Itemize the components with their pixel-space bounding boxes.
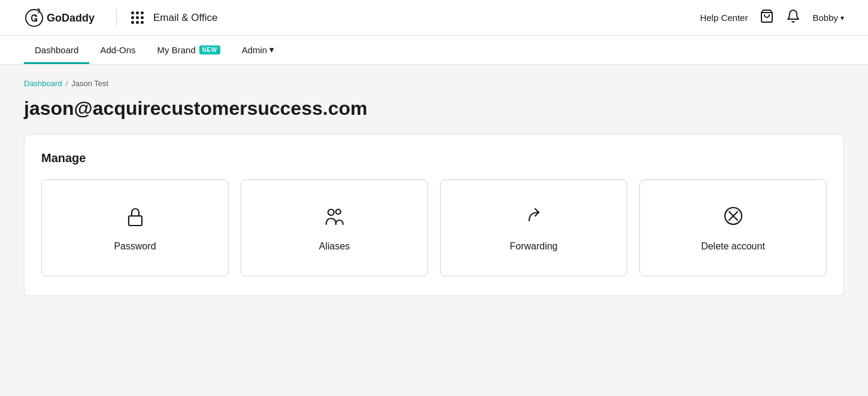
delete-account-label: Delete account (701, 241, 765, 252)
header-left: GoDaddy Email & Office (24, 8, 217, 28)
breadcrumb-dashboard-link[interactable]: Dashboard (24, 79, 62, 88)
nav-item-admin[interactable]: Admin ▾ (231, 36, 286, 64)
breadcrumb: Dashboard / Jason Test (24, 79, 844, 88)
aliases-icon (323, 204, 347, 231)
breadcrumb-separator: / (66, 79, 68, 88)
user-name: Bobby (812, 13, 838, 23)
svg-rect-3 (129, 216, 142, 226)
user-menu[interactable]: Bobby ▾ (812, 13, 844, 23)
delete-account-card[interactable]: Delete account (639, 179, 827, 276)
main-content: Dashboard / Jason Test jason@acquirecust… (0, 65, 868, 320)
delete-icon (721, 204, 745, 231)
nav-item-dashboard[interactable]: Dashboard (24, 36, 89, 64)
forwarding-label: Forwarding (509, 241, 557, 252)
svg-point-5 (336, 209, 341, 214)
header-right: Help Center Bobby ▾ (700, 9, 844, 26)
svg-point-4 (328, 209, 334, 215)
page-title: jason@acquirecustomersuccess.com (24, 98, 844, 120)
manage-grid: Password Aliases (41, 179, 827, 276)
help-center-link[interactable]: Help Center (700, 13, 748, 23)
aliases-card[interactable]: Aliases (241, 179, 428, 276)
bell-icon[interactable] (786, 9, 800, 26)
grid-dots-icon[interactable] (131, 11, 144, 24)
nav-item-addons[interactable]: Add-Ons (89, 36, 146, 64)
logo-divider (116, 10, 117, 26)
header: GoDaddy Email & Office Help Center (0, 0, 868, 36)
new-badge: NEW (199, 45, 220, 54)
chevron-down-icon: ▾ (840, 14, 844, 22)
breadcrumb-current: Jason Test (71, 79, 108, 88)
nav-bar: Dashboard Add-Ons My Brand NEW Admin ▾ (0, 36, 868, 65)
forward-icon (522, 204, 546, 231)
cart-icon[interactable] (760, 9, 774, 26)
godaddy-logo[interactable]: GoDaddy (24, 8, 102, 28)
manage-card: Manage Password (24, 134, 844, 296)
svg-text:GoDaddy: GoDaddy (47, 12, 95, 24)
nav-item-mybrand[interactable]: My Brand NEW (147, 36, 231, 64)
admin-chevron-icon: ▾ (269, 44, 274, 55)
forwarding-card[interactable]: Forwarding (440, 179, 627, 276)
password-label: Password (114, 241, 156, 252)
logo-svg: GoDaddy (24, 8, 102, 28)
app-title: Email & Office (153, 12, 217, 24)
password-card[interactable]: Password (41, 179, 229, 276)
svg-point-0 (26, 10, 43, 26)
manage-title: Manage (41, 151, 827, 165)
aliases-label: Aliases (319, 241, 350, 252)
lock-icon (123, 204, 147, 231)
